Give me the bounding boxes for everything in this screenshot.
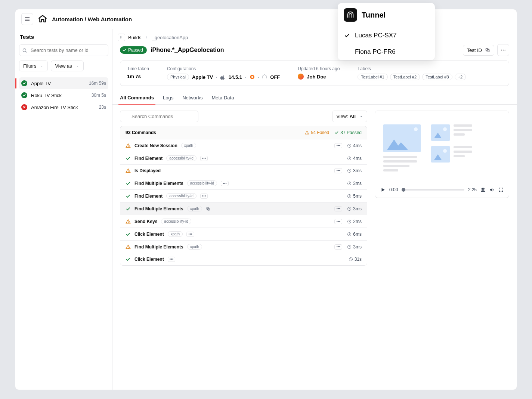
test-item[interactable]: Amazon Fire TV Stick23s (19, 101, 108, 113)
row-more[interactable]: ••• (334, 244, 342, 250)
check-icon (344, 33, 350, 38)
ellipsis-icon (500, 47, 506, 53)
clock-icon (347, 245, 352, 249)
tunnel-option[interactable]: Fiona PC-FR6 (338, 44, 435, 60)
command-row[interactable]: Find Elementaccessibility-id•••4ms (120, 152, 367, 165)
test-item[interactable]: Apple TV16m 59s (19, 77, 108, 89)
viewas-dropdown[interactable]: View as (51, 61, 83, 71)
tunnel-icon (262, 74, 267, 80)
time-total: 2:25 (468, 187, 477, 192)
row-more[interactable]: ••• (334, 143, 342, 148)
volume-icon[interactable] (489, 187, 495, 192)
popover-title: Tunnel (362, 11, 386, 19)
commands-count: 93 Commands (126, 130, 156, 135)
tab-networks[interactable]: Networks (182, 95, 202, 104)
svg-point-32 (128, 222, 128, 223)
command-name: Find Element (134, 194, 163, 199)
command-row[interactable]: Is Displayed•••3ms (120, 165, 367, 177)
command-row[interactable]: Find Multiple Elementsxpath•••3ms (120, 241, 367, 253)
test-title: iPhone.*_AppGeolocation (151, 47, 224, 53)
check-icon (126, 156, 131, 161)
svg-marker-39 (387, 139, 408, 150)
more-tag[interactable]: ••• (168, 257, 176, 262)
progress-slider[interactable] (402, 189, 464, 191)
play-icon[interactable] (380, 187, 386, 192)
test-name: Roku TV Stick (31, 93, 88, 98)
fullscreen-icon[interactable] (498, 187, 504, 192)
label-chip[interactable]: TestLabel #2 (390, 74, 420, 80)
test-duration: 23s (99, 105, 106, 110)
locator-tag: xpath (181, 143, 196, 148)
row-more[interactable]: ••• (334, 219, 342, 224)
command-name: Find Element (134, 156, 163, 161)
test-item[interactable]: Roku TV Stick30m 5s (19, 89, 108, 101)
more-tag[interactable]: ••• (221, 181, 229, 186)
svg-point-24 (128, 171, 128, 172)
svg-point-20 (128, 146, 128, 147)
test-duration: 30m 5s (92, 93, 106, 98)
crumb-builds[interactable]: Builds (128, 35, 141, 40)
command-row[interactable]: Send Keysaccessibility-id•••2ms (120, 215, 367, 228)
tunnel-status: OFF (270, 74, 280, 80)
more-tag[interactable]: ••• (200, 194, 208, 199)
svg-rect-43 (481, 189, 485, 192)
tab-all-commands[interactable]: All Commands (120, 95, 154, 104)
more-actions-button[interactable] (497, 44, 509, 56)
svg-point-12 (504, 50, 505, 50)
check-icon (126, 232, 131, 237)
label-chip[interactable]: TestLabel #1 (358, 74, 387, 80)
command-time: 3ms (346, 168, 362, 173)
hamburger-menu[interactable] (21, 13, 33, 25)
chevron-right-icon (144, 35, 149, 40)
view-filter-dropdown[interactable]: View: All (332, 111, 367, 122)
tunnel-option[interactable]: Lucas PC-SX7 (338, 27, 435, 44)
collapse-sidebar-button[interactable] (118, 34, 125, 41)
clock-icon (347, 207, 352, 211)
tab-logs[interactable]: Logs (163, 95, 173, 104)
filters-label: Filters (23, 63, 36, 69)
test-name: Apple TV (31, 81, 85, 86)
clock-icon (347, 232, 352, 236)
more-tag[interactable]: ••• (186, 232, 194, 237)
command-time: 3ms (346, 206, 362, 211)
status-pass-icon (21, 92, 27, 98)
svg-point-36 (128, 248, 128, 248)
command-time: 31s (346, 257, 362, 262)
command-row[interactable]: Find Multiple Elementsxpath•••3ms (120, 202, 367, 215)
commands-passed: 37 Passed (334, 130, 362, 135)
physical-chip: Physical (167, 74, 189, 80)
command-row[interactable]: Click Elementxpath•••6ms (120, 228, 367, 241)
clock-icon (347, 168, 352, 173)
app-logo (38, 14, 47, 24)
svg-line-4 (26, 51, 27, 52)
row-more[interactable]: ••• (334, 168, 342, 173)
copy-icon[interactable] (206, 207, 210, 211)
search-icon (22, 48, 27, 53)
clock-icon (347, 181, 352, 186)
svg-point-3 (23, 49, 26, 52)
row-more[interactable]: ••• (334, 206, 342, 211)
command-name: Click Element (134, 232, 164, 237)
tab-metadata[interactable]: Meta Data (211, 95, 234, 104)
filters-dropdown[interactable]: Filters (19, 61, 48, 71)
check-icon (334, 130, 339, 135)
command-row[interactable]: Click Element•••31s (120, 253, 367, 265)
command-time: 2ms (346, 219, 362, 224)
camera-icon[interactable] (480, 187, 486, 192)
commands-search-input[interactable] (120, 111, 198, 122)
command-row[interactable]: Find Elementaccessibility-id•••5ms (120, 190, 367, 202)
warn-icon (126, 219, 131, 224)
copy-icon (485, 47, 490, 53)
more-tag[interactable]: ••• (200, 156, 208, 161)
tests-search-input[interactable] (19, 44, 108, 56)
label-chip[interactable]: TestLabel #3 (422, 74, 452, 80)
command-row[interactable]: Create New Sessionxpath•••4ms (120, 139, 367, 152)
labels-label: Labels (358, 66, 466, 71)
locator-tag: xpath (187, 244, 202, 250)
collapse-icon (120, 35, 123, 39)
command-row[interactable]: Find Multiple Elementsaccessibility-id••… (120, 177, 367, 190)
label-more-chip[interactable]: +2 (455, 74, 466, 80)
test-id-button[interactable]: Test ID (463, 45, 494, 56)
crumb-current: _geolocationApp (152, 35, 188, 40)
clock-icon (347, 156, 352, 161)
